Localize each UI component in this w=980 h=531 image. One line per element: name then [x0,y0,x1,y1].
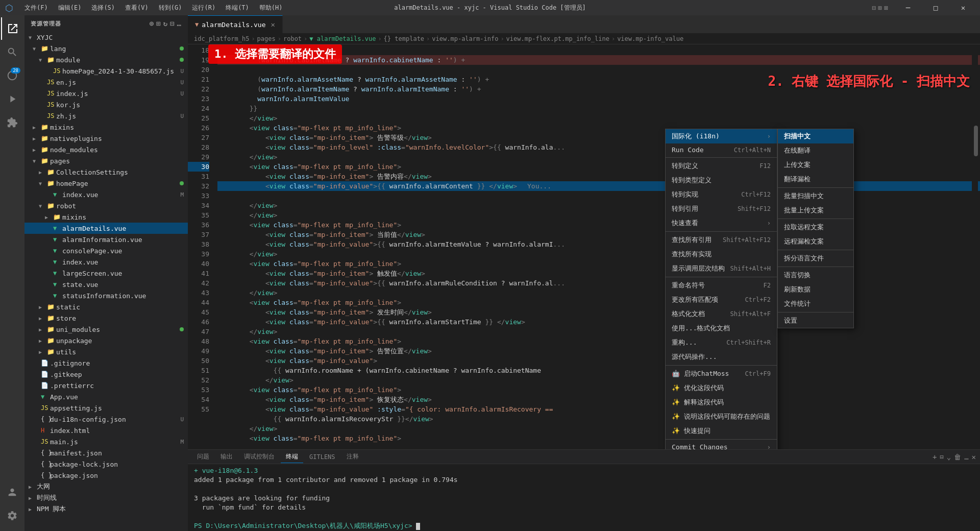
terminal-tab-problems[interactable]: 问题 [192,451,214,463]
menu-item-commit-changes[interactable]: Commit Changes › [666,441,777,449]
activity-settings[interactable] [1,504,23,527]
menu-item-call-hierarchy[interactable]: 显示调用层次结构 Shift+Alt+H [666,261,777,276]
sidebar-item-package-json[interactable]: ▶ { } package.json [24,470,188,481]
sidebar-item-homepage-index-vue[interactable]: ▶ ▼ index.vue M [24,189,188,200]
menu-help[interactable]: 帮助(H) [255,3,287,13]
sidebar-item-largescreen[interactable]: ▶ ▼ largeScreen.vue [24,268,188,279]
layout-icon[interactable]: ⊟ [872,4,876,12]
code-editor[interactable]: 1. 选择需要翻译的文件 2. 右键 选择国际化 - 扫描中文 18192021… [188,44,980,449]
layout3-icon[interactable]: ⊠ [884,4,888,12]
sidebar-item-state[interactable]: ▶ ▼ state.vue [24,279,188,290]
menu-item-source-action[interactable]: 源代码操作... [666,350,777,364]
sidebar-item-node-modules[interactable]: ▶ 📁 node_modules [24,144,188,155]
submenu-item-file-stats[interactable]: 文件统计 [778,297,853,311]
sidebar-item-index-js[interactable]: ▶ JS index.js U [24,88,188,99]
sidebar-item-mixins[interactable]: ▶ 📁 mixins [24,122,188,133]
sidebar-item-robot-index[interactable]: ▶ ▼ index.vue [24,256,188,268]
sidebar-item-nativeplugins[interactable]: ▶ 📁 nativeplugins [24,133,188,144]
menu-item-find-impl[interactable]: 查找所有实现 [666,247,777,261]
breadcrumb-part[interactable]: robot [283,35,302,42]
menu-item-goto-type[interactable]: 转到类型定义 [666,173,777,187]
breadcrumb-part[interactable]: view.mp-alarm-info [432,35,498,42]
sidebar-item-main-js[interactable]: ▶ JS main.js M [24,436,188,447]
sidebar-item-en-js[interactable]: ▶ JS en.js U [24,77,188,88]
sidebar-item-alarmdetails[interactable]: ▶ ▼ alarmDetails.vue [24,223,188,234]
terminal-tab-comments[interactable]: 注释 [341,451,364,463]
breadcrumb-part[interactable]: view.mp-info_value [617,35,683,42]
activity-run[interactable] [1,88,23,110]
menu-edit[interactable]: 编辑(E) [54,3,86,13]
activity-explorer[interactable] [1,17,23,40]
breadcrumb-part[interactable]: {} template [384,35,424,42]
refresh-icon[interactable]: ↻ [163,19,168,28]
menu-terminal[interactable]: 终端(T) [222,3,253,13]
menu-item-format-doc[interactable]: 格式化文档 Shift+Alt+F [666,307,777,321]
sidebar-item-gitignore[interactable]: ▶ 📄 .gitignore [24,357,188,369]
submenu-item-upload-text[interactable]: 上传文案 [778,158,853,172]
sidebar-item-robot[interactable]: ▼ 📁 robot [24,200,188,211]
sidebar-item-unpackage[interactable]: ▶ 📁 unpackage [24,335,188,346]
menu-item-explain-code[interactable]: ✨ 解释这段代码 [666,395,777,409]
sidebar-item-consolepage[interactable]: ▶ ▼ consolePage.vue [24,245,188,256]
menu-item-rename[interactable]: 重命名符号 F2 [666,278,777,293]
tab-close-button[interactable]: ✕ [271,20,275,29]
scroll-indicator[interactable] [972,44,978,449]
sidebar-item-package-lock[interactable]: ▶ { } package-lock.json [24,458,188,470]
sidebar-item-alarminformation[interactable]: ▶ ▼ alarmInformation.vue [24,234,188,245]
sidebar-item-app-vue[interactable]: ▶ ▼ App.vue [24,391,188,402]
menu-file[interactable]: 文件(F) [20,3,52,13]
maximize-button[interactable]: □ [924,0,947,15]
sidebar-item-collectionsettings[interactable]: ▶ 📁 CollectionSettings [24,166,188,178]
activity-extensions[interactable] [1,111,23,134]
submenu-item-translate-check[interactable]: 翻译漏检 [778,172,853,186]
menu-item-refactor[interactable]: 重构... Ctrl+Shift+R [666,335,777,350]
menu-item-quickpeek[interactable]: 快速查看 › [666,216,777,230]
collapse-icon[interactable]: ⊟ [170,19,175,28]
sidebar-item-timeline[interactable]: ▶ 时间线 [24,492,188,503]
menu-item-find-refs[interactable]: 查找所有引用 Shift+Alt+F12 [666,233,777,247]
submenu-item-scan-chinese[interactable]: 扫描中文 [778,129,853,143]
breadcrumb-part[interactable]: view.mp-flex.pt.mp_info_line [506,35,609,42]
activity-accounts[interactable] [1,481,23,503]
sidebar-item-pages[interactable]: ▼ 📁 pages [24,155,188,166]
sidebar-item-prettierrc[interactable]: ▶ 📄 .prettierrc [24,380,188,391]
submenu-item-split-lang[interactable]: 拆分语言文件 [778,251,853,266]
submenu-item-remote-check[interactable]: 远程漏检文案 [778,234,853,249]
submenu-item-batch-scan[interactable]: 批量扫描中文 [778,189,853,203]
menu-item-change-all[interactable]: 更改所有匹配项 Ctrl+F2 [666,293,777,307]
terminal-tab-output[interactable]: 输出 [215,451,238,463]
layout2-icon[interactable]: ⊞ [878,4,882,12]
breadcrumb-part[interactable]: idc_platform_h5 [194,35,249,42]
context-menu[interactable]: 国际化 (i18n) › Run Code Ctrl+Alt+N 转到定义 F1… [665,129,777,449]
menu-item-chatmoss[interactable]: 🤖 启动ChatMoss Ctrl+F9 [666,367,777,381]
more-icon[interactable]: … [177,19,182,28]
minimize-button[interactable]: ─ [896,0,920,15]
new-folder-icon[interactable]: ⊞ [156,19,161,28]
menu-select[interactable]: 选择(S) [87,3,119,13]
sidebar-item-kor-js[interactable]: ▶ JS kor.js [24,99,188,110]
tab-alarmdetails[interactable]: ▼ alarmDetails.vue ✕ [188,15,283,33]
close-button[interactable]: ✕ [951,0,975,15]
sidebar-item-static[interactable]: ▶ 📁 static [24,301,188,312]
menu-item-goto-impl[interactable]: 转到实现 Ctrl+F12 [666,187,777,202]
menu-item-goto-def[interactable]: 转到定义 F12 [666,159,777,173]
sidebar-item-homepage[interactable]: ▼ 📁 homePage [24,178,188,189]
sidebar-item-manifest[interactable]: ▶ { } manifest.json [24,447,188,458]
sidebar-item-dawang[interactable]: ▶ 大网 [24,481,188,492]
sidebar-item-utils[interactable]: ▶ 📁 utils [24,346,188,357]
menu-item-i18n[interactable]: 国际化 (i18n) › [666,129,777,143]
terminal-tab-gitlens[interactable]: GITLENS [304,452,340,462]
window-controls[interactable]: ⊟ ⊞ ⊠ ─ □ ✕ [872,0,975,15]
menu-goto[interactable]: 转到(G) [155,3,186,13]
sidebar-item-lang[interactable]: ▼ 📁 lang [24,43,188,54]
submenu-item-pull-remote[interactable]: 拉取远程文案 [778,220,853,234]
i18n-submenu[interactable]: 扫描中文 在线翻译 上传文案 翻译漏检 批量扫描中文 批量上传文案 拉取远程文案… [777,129,854,328]
new-terminal-icon[interactable]: + [933,453,937,461]
sidebar-header-icons[interactable]: ⊕ ⊞ ↻ ⊟ … [150,19,182,28]
submenu-item-refresh-data[interactable]: 刷新数据 [778,282,853,297]
menu-run[interactable]: 运行(R) [188,3,219,13]
breadcrumb-part[interactable]: ▼ alarmDetails.vue [309,35,376,42]
sidebar-item-index-html[interactable]: ▶ H index.html [24,425,188,436]
menu-item-code-issues[interactable]: ✨ 说明这段代码可能存在的问题 [666,409,777,424]
sidebar-item-store[interactable]: ▶ 📁 store [24,312,188,324]
